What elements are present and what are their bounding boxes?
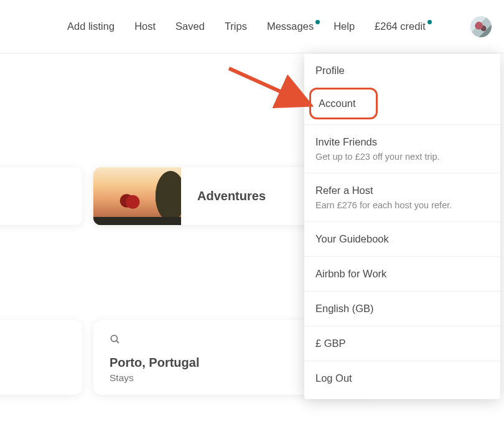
menu-label: Refer a Host xyxy=(315,185,489,196)
search-icon xyxy=(110,336,120,346)
menu-label: English (GB) xyxy=(315,303,489,315)
menu-sublabel: Earn £276 for each host you refer. xyxy=(315,200,489,210)
menu-label: Invite Friends xyxy=(315,136,489,148)
notification-dot-icon xyxy=(427,20,432,24)
nav-add-listing[interactable]: Add listing xyxy=(67,21,114,32)
menu-item-invite-friends[interactable]: Invite Friends Get up to £23 off your ne… xyxy=(304,125,500,173)
nav-help[interactable]: Help xyxy=(334,21,355,32)
nav-messages[interactable]: Messages xyxy=(267,21,314,32)
adventures-thumbnail xyxy=(93,167,181,225)
menu-sublabel: Get up to £23 off your next trip. xyxy=(315,152,489,162)
menu-label: Airbnb for Work xyxy=(315,268,489,280)
menu-item-profile[interactable]: Profile xyxy=(304,53,500,88)
nav-host[interactable]: Host xyxy=(134,21,156,32)
nav-trips[interactable]: Trips xyxy=(225,21,247,32)
menu-item-refer-host[interactable]: Refer a Host Earn £276 for each host you… xyxy=(304,173,500,222)
menu-item-language[interactable]: English (GB) xyxy=(304,292,500,326)
menu-item-logout[interactable]: Log Out xyxy=(304,361,500,395)
notification-dot-icon xyxy=(315,20,320,24)
top-nav: Add listing Host Saved Trips Messages He… xyxy=(0,0,504,53)
nav-messages-label: Messages xyxy=(267,21,314,32)
svg-line-1 xyxy=(116,341,119,343)
menu-label: Account xyxy=(319,98,368,109)
menu-item-currency[interactable]: £ GBP xyxy=(304,326,500,361)
category-card-title: Adventures xyxy=(181,189,266,203)
nav-credit[interactable]: £264 credit xyxy=(375,21,426,32)
category-card[interactable] xyxy=(0,167,82,225)
menu-item-guidebook[interactable]: Your Guidebook xyxy=(304,222,500,257)
svg-line-2 xyxy=(229,68,304,102)
svg-point-0 xyxy=(111,335,117,341)
recent-search-card[interactable] xyxy=(0,320,82,395)
menu-label: Your Guidebook xyxy=(315,233,489,245)
nav-saved[interactable]: Saved xyxy=(175,21,205,32)
menu-label: Profile xyxy=(315,65,489,76)
user-menu-dropdown: Profile Account Invite Friends Get up to… xyxy=(304,53,500,399)
nav-credit-label: £264 credit xyxy=(375,21,426,32)
avatar[interactable] xyxy=(470,16,492,37)
menu-item-airbnb-for-work[interactable]: Airbnb for Work xyxy=(304,257,500,292)
menu-item-account[interactable]: Account xyxy=(304,88,500,125)
menu-label: £ GBP xyxy=(315,338,489,349)
menu-label: Log Out xyxy=(315,372,489,384)
account-highlight-box: Account xyxy=(309,88,378,119)
